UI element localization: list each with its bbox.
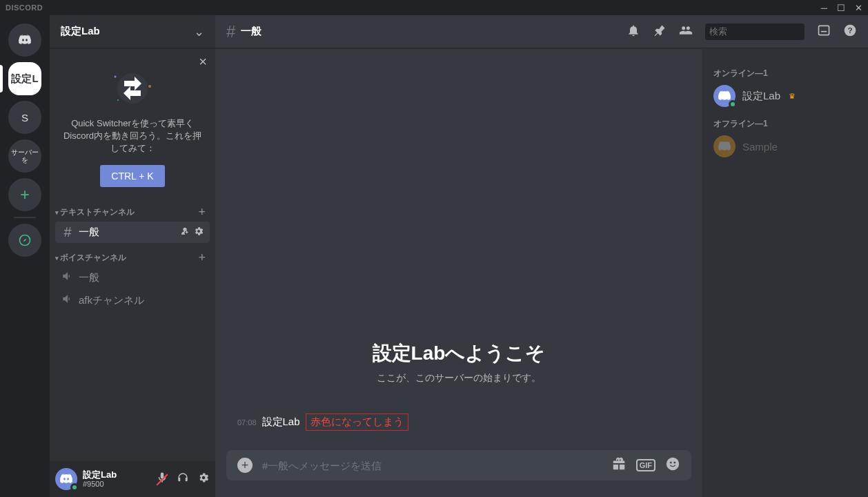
chat-area: # 一般 ? 設定Labへようこそ ここが、このサ: [215, 15, 868, 497]
text-channel-general[interactable]: # 一般: [55, 222, 210, 243]
quick-switcher-button[interactable]: CTRL + K: [100, 165, 164, 187]
notifications-icon[interactable]: [627, 23, 640, 40]
server-list: 設定L S サーバーを +: [0, 15, 50, 497]
add-channel-button[interactable]: +: [198, 205, 206, 220]
discord-logo-icon: [18, 33, 32, 47]
add-server-button[interactable]: +: [8, 178, 41, 211]
close-icon[interactable]: ×: [199, 54, 207, 70]
member-name: 設定Lab: [742, 90, 780, 103]
server-divider: [14, 217, 36, 218]
svg-point-10: [670, 462, 672, 464]
messages-pane: 設定Labへようこそ ここが、このサーバーの始まりです。 07:08 設定Lab…: [215, 48, 702, 497]
user-panel: 設定Lab #9500: [50, 461, 215, 497]
svg-rect-5: [819, 26, 829, 35]
server-name: 設定Lab: [61, 25, 100, 38]
member-item[interactable]: 設定Lab ♛: [708, 82, 862, 110]
status-online-icon: [70, 483, 79, 491]
members-list: オンライン—1 設定Lab ♛ オフライン—1 Sample: [702, 48, 868, 497]
welcome-block: 設定Labへようこそ ここが、このサーバーの始まりです。: [226, 340, 691, 384]
speaker-icon: [61, 270, 75, 286]
promo-art: [105, 68, 160, 109]
svg-point-3: [148, 85, 151, 88]
welcome-title: 設定Labへようこそ: [226, 340, 691, 367]
hash-icon: #: [226, 22, 235, 41]
svg-point-11: [673, 462, 675, 464]
status-online-icon: [729, 100, 737, 108]
minimize-button[interactable]: ─: [821, 3, 827, 13]
server-item-selected[interactable]: 設定L: [8, 62, 41, 95]
category-voice-channels[interactable]: ボイスチャンネル +: [50, 244, 215, 266]
voice-channel-general[interactable]: 一般: [55, 267, 210, 289]
speaker-icon: [61, 293, 75, 309]
quick-switcher-promo: × Quick Switcherを使って素早くDiscord内を動き回ろう。これ…: [50, 48, 215, 198]
server-label: サーバーを: [8, 148, 41, 164]
user-name: 設定Lab: [83, 470, 150, 480]
add-channel-button[interactable]: +: [198, 251, 206, 265]
svg-text:?: ?: [847, 26, 852, 35]
search-box[interactable]: [705, 23, 805, 40]
settings-button[interactable]: [197, 471, 210, 487]
category-label: テキストチャンネル: [55, 206, 135, 218]
message-text: 赤色になってしまう: [306, 413, 408, 431]
gift-icon[interactable]: [611, 456, 627, 474]
voice-channel-afk[interactable]: afkチャンネル: [55, 290, 210, 311]
compass-icon: [18, 233, 32, 247]
help-icon[interactable]: ?: [843, 23, 857, 40]
chat-header: # 一般 ?: [215, 15, 868, 48]
close-button[interactable]: ✕: [855, 3, 862, 13]
channel-name: 一般: [79, 226, 175, 239]
user-tag: #9500: [83, 480, 150, 488]
mute-button[interactable]: [156, 471, 168, 487]
member-item[interactable]: Sample: [708, 133, 862, 160]
channel-name: 一般: [79, 271, 204, 284]
svg-point-9: [667, 458, 679, 470]
home-button[interactable]: [8, 23, 41, 57]
avatar[interactable]: [55, 468, 77, 490]
avatar: [713, 135, 736, 157]
gif-button[interactable]: GIF: [636, 459, 655, 471]
message-input[interactable]: [262, 460, 602, 471]
explore-button[interactable]: [8, 224, 41, 257]
member-name: Sample: [742, 141, 778, 153]
channel-sidebar: 設定Lab ⌄ × Quick Switcherを使って素早くDiscord内を…: [50, 15, 215, 497]
user-info: 設定Lab #9500: [83, 470, 150, 488]
promo-text: Quick Switcherを使って素早くDiscord内を動き回ろう。これを押…: [61, 117, 204, 155]
svg-rect-6: [821, 30, 827, 32]
members-category-online: オンライン—1: [708, 59, 862, 82]
channel-title: 一般: [241, 25, 262, 38]
discord-logo-icon: [718, 139, 731, 153]
category-label: ボイスチャンネル: [55, 252, 126, 264]
members-icon[interactable]: [679, 23, 693, 40]
channel-name: afkチャンネル: [79, 294, 204, 307]
svg-point-1: [117, 73, 148, 104]
pinned-icon[interactable]: [653, 23, 667, 40]
invite-icon[interactable]: [179, 226, 190, 239]
server-label: 設定L: [11, 72, 38, 86]
message-timestamp: 07:08: [237, 418, 257, 427]
chevron-down-icon: ⌄: [194, 24, 204, 39]
server-item-s[interactable]: S: [8, 101, 41, 134]
gear-icon[interactable]: [193, 226, 204, 239]
crown-icon: ♛: [789, 92, 796, 101]
app-name: DISCORD: [6, 3, 43, 12]
server-header[interactable]: 設定Lab ⌄: [50, 15, 215, 48]
search-input[interactable]: [709, 26, 825, 37]
attach-button[interactable]: +: [237, 458, 253, 473]
category-text-channels[interactable]: テキストチャンネル +: [50, 198, 215, 221]
swap-arrows-icon: [108, 71, 157, 106]
message-composer: + GIF: [226, 450, 691, 480]
svg-point-4: [117, 99, 119, 101]
emoji-icon[interactable]: [665, 456, 680, 474]
window-controls: ─ ☐ ✕: [821, 3, 862, 13]
message-row: 07:08 設定Lab 赤色になってしまう: [226, 412, 691, 439]
server-label: S: [21, 112, 28, 124]
avatar: [713, 85, 736, 107]
hash-icon: #: [61, 224, 75, 240]
message-author[interactable]: 設定Lab: [262, 416, 300, 429]
welcome-subtitle: ここが、このサーバーの始まりです。: [226, 372, 691, 384]
inbox-icon[interactable]: [817, 23, 831, 40]
maximize-button[interactable]: ☐: [837, 3, 845, 13]
deafen-button[interactable]: [177, 471, 189, 487]
server-item-add-label[interactable]: サーバーを: [8, 139, 41, 173]
svg-point-2: [115, 76, 117, 78]
